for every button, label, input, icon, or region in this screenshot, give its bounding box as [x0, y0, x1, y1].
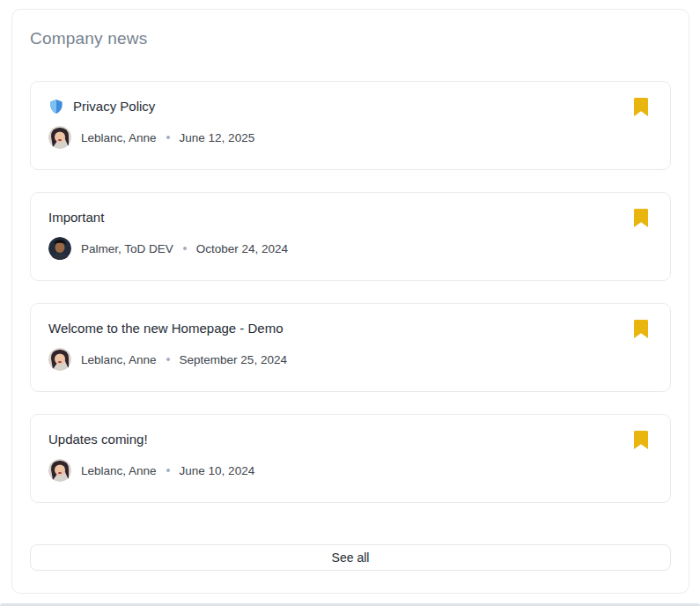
- news-item-title: Updates coming!: [48, 431, 148, 447]
- author-name: Leblanc, Anne: [81, 353, 157, 366]
- news-meta-row: Leblanc, Anne June 10, 2024: [48, 459, 652, 482]
- see-all-button[interactable]: See all: [30, 544, 671, 571]
- dot-separator-icon: [166, 136, 170, 139]
- bookmark-button[interactable]: [631, 428, 651, 451]
- dot-separator-icon: [183, 247, 187, 250]
- dot-separator-icon: [166, 358, 170, 361]
- widget-title: Company news: [30, 29, 671, 48]
- bookmark-icon: [634, 209, 648, 227]
- news-list: Privacy Policy Leblanc, Anne June 12, 20…: [30, 81, 671, 503]
- author-name: Leblanc, Anne: [81, 131, 157, 144]
- news-meta-row: Palmer, ToD DEV October 24, 2024: [48, 237, 652, 260]
- bookmark-button[interactable]: [631, 206, 651, 229]
- author-avatar: [48, 237, 71, 260]
- news-meta-row: Leblanc, Anne June 12, 2025: [48, 126, 652, 149]
- author-avatar: [48, 126, 71, 149]
- news-title-row: Important: [48, 209, 652, 225]
- news-item[interactable]: Important Palmer, ToD DEV October 24, 20…: [30, 192, 671, 281]
- dot-separator-icon: [166, 469, 170, 472]
- author-avatar: [48, 459, 71, 482]
- publish-date: September 25, 2024: [180, 353, 287, 366]
- news-item[interactable]: Privacy Policy Leblanc, Anne June 12, 20…: [30, 81, 671, 170]
- author-name: Palmer, ToD DEV: [81, 242, 173, 255]
- news-item-title: Privacy Policy: [73, 98, 155, 115]
- news-meta-row: Leblanc, Anne September 25, 2024: [48, 348, 652, 371]
- bookmark-icon: [634, 98, 648, 116]
- news-item[interactable]: Updates coming! Leblanc, Anne June 10, 2…: [30, 414, 671, 503]
- news-title-row: Privacy Policy: [48, 98, 652, 115]
- bookmark-button[interactable]: [631, 317, 651, 340]
- shield-emoji-icon: [48, 99, 64, 115]
- news-title-row: Welcome to the new Homepage - Demo: [48, 320, 652, 336]
- publish-date: June 10, 2024: [180, 464, 255, 477]
- author-avatar: [48, 348, 71, 371]
- bookmark-button[interactable]: [631, 95, 651, 118]
- company-news-widget: Company news Privacy Policy: [11, 9, 689, 594]
- news-title-row: Updates coming!: [48, 431, 652, 447]
- bookmark-icon: [634, 320, 648, 338]
- bookmark-icon: [634, 431, 648, 449]
- news-item[interactable]: Welcome to the new Homepage - Demo Lebla…: [30, 303, 671, 392]
- author-name: Leblanc, Anne: [81, 464, 157, 477]
- publish-date: October 24, 2024: [196, 242, 288, 255]
- publish-date: June 12, 2025: [180, 131, 255, 144]
- news-item-title: Important: [48, 209, 104, 225]
- news-item-title: Welcome to the new Homepage - Demo: [48, 320, 284, 336]
